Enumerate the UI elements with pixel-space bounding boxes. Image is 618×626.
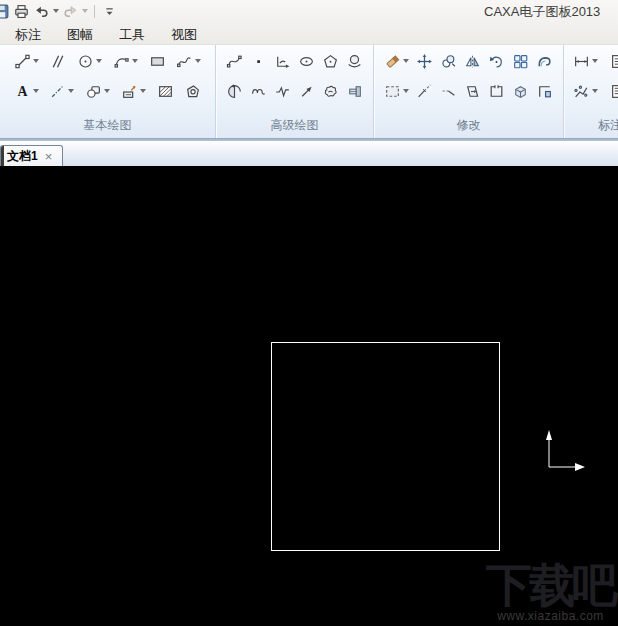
revolve-tool[interactable] [345,52,364,71]
group-label-modify: 修改 [374,117,563,138]
close-tab-icon[interactable]: × [45,150,53,163]
hatch-icon [157,83,174,100]
ribbon-group-advanced-drawing: 高级绘图 [216,45,374,138]
region-icon [184,83,201,100]
window-title: CAXA电子图板2013 [484,3,618,21]
copy-icon [440,53,457,70]
dropdown-arrow[interactable] [68,89,74,93]
trim-icon [416,83,433,100]
text-icon: A [14,83,31,100]
tab-tools[interactable]: 工具 [106,22,158,47]
region-tool[interactable] [183,82,202,101]
drawn-rectangle[interactable] [271,342,500,551]
dropdown-arrow[interactable] [403,89,409,93]
insert-symbol-tool[interactable] [120,82,147,101]
ribbon-tab-bar: 标注 图幅 工具 视图 [2,22,210,47]
move-icon [416,53,433,70]
rotate-tool[interactable] [487,52,506,71]
revolve-icon [346,53,363,70]
document-tab[interactable]: 文档1 × [0,145,63,166]
line-tool[interactable] [13,52,40,71]
dropdown-arrow[interactable] [403,59,409,63]
gradient-arrow-icon [298,83,315,100]
dropdown-arrow[interactable] [592,89,598,93]
break-tool[interactable] [487,82,506,101]
text-annotation-icon [610,83,618,100]
customize-quick-access-icon[interactable] [101,3,118,20]
dropdown-arrow[interactable] [33,89,39,93]
corner-tool[interactable] [535,82,554,101]
stretch-tool[interactable] [463,82,482,101]
dropdown-arrow[interactable] [132,59,138,63]
drawing-canvas[interactable]: 下载吧 www.xiazaiba.com [0,166,618,626]
contour-icon [322,83,339,100]
extend-tool[interactable] [439,82,458,101]
parallel-lines-icon [49,53,66,70]
arc-segment-tool[interactable] [225,82,244,101]
axis-tool[interactable] [273,52,292,71]
ribbon-row [216,47,373,75]
undo-dropdown-arrow[interactable] [53,9,59,13]
parallel-lines-tool[interactable] [48,52,67,71]
dimension-style-tool[interactable] [609,52,618,71]
tab-annotation[interactable]: 标注 [2,22,54,47]
spline-icon [176,53,193,70]
ribbon-row [374,77,563,105]
offset-tool[interactable] [535,52,554,71]
axis-icon [274,53,291,70]
rectangle-icon [149,53,166,70]
print-icon[interactable] [13,3,30,20]
gradient-arrow-tool[interactable] [297,82,316,101]
cylinder-tool[interactable] [345,82,364,101]
text-tool[interactable]: A [13,82,40,101]
ellipse-icon [298,53,315,70]
document-tab-label: 文档1 [7,148,38,165]
extend-icon [440,83,457,100]
curve-tool[interactable] [225,52,244,71]
arc-tool[interactable] [112,52,139,71]
copy-tool[interactable] [439,52,458,71]
point-tool[interactable] [249,52,268,71]
rectangle-tool[interactable] [148,52,167,71]
ribbon-row [216,77,373,105]
wave-tool[interactable] [249,82,268,101]
tab-drawing-frame[interactable]: 图幅 [54,22,106,47]
undo-icon[interactable] [33,3,50,20]
watermark: 下载吧 www.xiazaiba.com [486,562,615,623]
wave-icon [250,83,267,100]
offset-icon [536,53,553,70]
formula-curve-tool[interactable] [273,82,292,101]
tab-view[interactable]: 视图 [158,22,210,47]
coordinate-dimension-tool[interactable] [572,82,599,101]
select-tool[interactable] [383,82,410,101]
formula-curve-icon [274,83,291,100]
dropdown-arrow[interactable] [140,89,146,93]
text-annotation-tool[interactable] [609,82,618,101]
ellipse-tool[interactable] [297,52,316,71]
curve-icon [226,53,243,70]
dropdown-arrow[interactable] [33,59,39,63]
erase-tool[interactable] [383,52,410,71]
centerline-tool[interactable] [48,82,75,101]
array-tool[interactable] [511,52,530,71]
mirror-tool[interactable] [463,52,482,71]
block-tool[interactable] [84,82,111,101]
erase-icon [384,53,401,70]
linear-dimension-tool[interactable] [572,52,599,71]
group-label-annotation: 标注 [564,117,618,138]
cylinder-icon [346,83,363,100]
dropdown-arrow[interactable] [104,89,110,93]
dropdown-arrow[interactable] [96,59,102,63]
save-icon[interactable] [0,3,10,20]
contour-tool[interactable] [321,82,340,101]
hatch-tool[interactable] [156,82,175,101]
trim-tool[interactable] [415,82,434,101]
spline-tool[interactable] [175,52,202,71]
polygon-tool[interactable] [321,52,340,71]
explode-tool[interactable] [511,82,530,101]
dropdown-arrow[interactable] [195,59,201,63]
dropdown-arrow[interactable] [592,59,598,63]
document-tab-strip: 文档1 × [0,141,618,166]
move-tool[interactable] [415,52,434,71]
circle-tool[interactable] [76,52,103,71]
